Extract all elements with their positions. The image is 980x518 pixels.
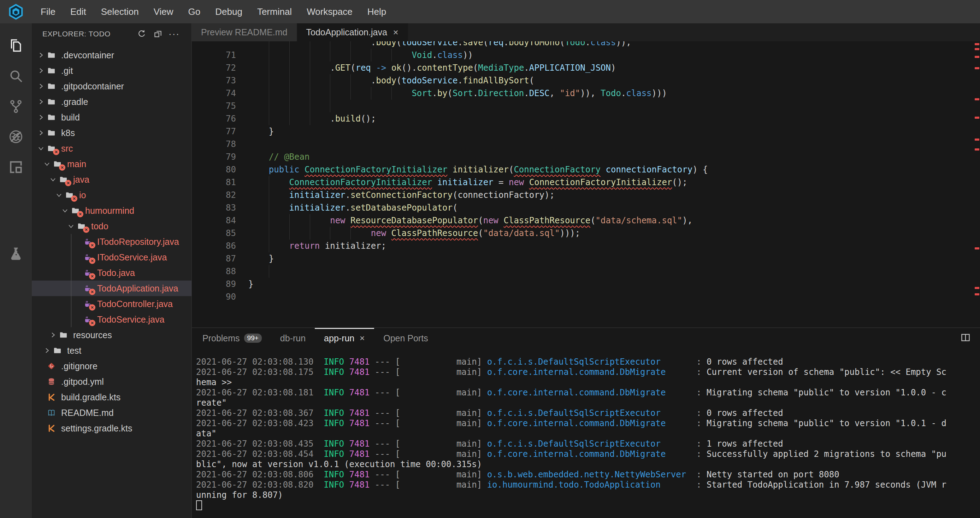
tree-item-label: io: [79, 190, 86, 200]
menu-debug[interactable]: Debug: [215, 6, 242, 17]
tree-item-todoapplication-java[interactable]: TodoApplication.java: [32, 281, 192, 296]
terminal-row: 2021-06-27 02:03:08.423 INFO 7481 --- [ …: [196, 418, 980, 429]
tree-item-humourmind[interactable]: humourmind: [32, 203, 192, 218]
panel-tab-problems[interactable]: Problems99+: [193, 328, 271, 348]
terminal-cursor: [196, 500, 202, 510]
code-token: [524, 177, 529, 187]
menu-edit[interactable]: Edit: [70, 6, 86, 17]
code-token: req: [488, 41, 503, 47]
menu-terminal[interactable]: Terminal: [257, 6, 292, 17]
tree-item-io[interactable]: io: [32, 187, 192, 203]
tab-todoapplication-java[interactable]: TodoApplication.java✕: [297, 23, 408, 41]
code-token: class: [626, 88, 651, 98]
code-token: .: [458, 41, 463, 47]
files-icon[interactable]: [0, 30, 32, 61]
close-icon[interactable]: ✕: [359, 334, 365, 343]
panel-tab-open-ports[interactable]: Open Ports: [374, 328, 437, 348]
code-line-89: 89}: [192, 278, 980, 290]
indent-spacer: [37, 378, 46, 386]
debug-disabled-icon[interactable]: [0, 121, 32, 152]
code-token: (: [350, 63, 355, 73]
code-token: req: [355, 63, 371, 73]
code-text: }: [248, 278, 253, 290]
menu-selection[interactable]: Selection: [101, 6, 139, 17]
sidebar-divider[interactable]: [191, 23, 192, 518]
error-badge: [89, 288, 95, 295]
terminal-output[interactable]: 2021-06-27 02:03:08.130 INFO 7481 --- [ …: [196, 357, 980, 518]
tree-item-label: .devcontainer: [61, 50, 114, 61]
menu-workspace[interactable]: Workspace: [307, 6, 353, 17]
code-line-83: 83 initializer.setDatabasePopulator(: [192, 201, 980, 214]
tree-item-todocontroller-java[interactable]: TodoController.java: [32, 296, 192, 312]
tree-item-gitpod-yml[interactable]: .gitpod.yml: [32, 374, 192, 389]
git-icon: [47, 362, 56, 370]
search-icon[interactable]: [0, 61, 32, 91]
panel-tab-db-run[interactable]: db-run: [271, 328, 315, 348]
tree-item-k8s[interactable]: k8s: [32, 125, 192, 140]
code-token: body: [376, 41, 396, 47]
tree-item-java[interactable]: java: [32, 172, 192, 187]
terminal-row: 2021-06-27 02:03:08.454 INFO 7481 --- [ …: [196, 449, 980, 459]
tab-preview-readme-md[interactable]: Preview README.md: [192, 23, 297, 41]
tree-item-git[interactable]: .git: [32, 63, 192, 78]
tree-item-todoservice-java[interactable]: TodoService.java: [32, 312, 192, 327]
code-token: .: [524, 88, 529, 98]
editor-layout-icon[interactable]: [0, 152, 32, 182]
chevron-right-icon: [43, 347, 52, 354]
code-token: // @Bean: [269, 152, 310, 162]
terminal-text: blic", now at version v1.0.1 (execution …: [196, 459, 482, 469]
menu-file[interactable]: File: [41, 6, 56, 17]
folder-icon: [52, 346, 62, 355]
code-line-76: 76 .build();: [192, 112, 980, 125]
tree-item-todo-java[interactable]: Todo.java: [32, 265, 192, 281]
tree-item-itodorepository-java[interactable]: ITodoRepository.java: [32, 234, 192, 249]
indent-guides: [269, 176, 270, 189]
tree-item-test[interactable]: test: [32, 343, 192, 358]
indent-guides: [269, 227, 351, 239]
error-badge: [83, 226, 89, 233]
terminal-text: :: [691, 367, 706, 377]
terminal-text: o.f.core.internal.command.DbMigrate: [487, 418, 691, 428]
tree-item-src[interactable]: src: [32, 140, 192, 156]
code-token: [345, 215, 350, 225]
tree-item-main[interactable]: main: [32, 156, 192, 172]
tree-item-settings-gradle-kts[interactable]: settings.gradle.kts: [32, 421, 192, 436]
indent-guides: [269, 62, 310, 74]
chevron-down-icon: [67, 222, 76, 230]
more-actions-icon[interactable]: ···: [169, 29, 179, 39]
tree-item-itodoservice-java[interactable]: ITodoService.java: [32, 249, 192, 265]
menu-view[interactable]: View: [154, 6, 173, 17]
refresh-icon[interactable]: [137, 29, 146, 39]
tree-item-build[interactable]: build: [32, 110, 192, 125]
tree-item-devcontainer[interactable]: .devcontainer: [32, 47, 192, 63]
code-token: ConnectionFactory: [514, 165, 601, 175]
menu-go[interactable]: Go: [188, 6, 200, 17]
code-token: (: [473, 63, 478, 73]
line-number: 76: [192, 112, 236, 125]
terminal-row: reate": [196, 398, 980, 408]
code-editor[interactable]: 70 .body(todoService.save(req.bodyToMono…: [192, 41, 980, 328]
panel-tab-app-run[interactable]: app-run✕: [315, 328, 374, 348]
test-flask-icon[interactable]: [0, 239, 32, 269]
source-control-icon[interactable]: [0, 91, 32, 121]
tree-item-gitignore[interactable]: .gitignore: [32, 358, 192, 374]
close-icon[interactable]: ✕: [393, 28, 399, 37]
collapse-all-icon[interactable]: [153, 29, 163, 39]
chevron-right-icon: [37, 113, 46, 121]
split-panel-icon[interactable]: [960, 332, 971, 343]
line-number: 86: [192, 239, 236, 252]
terminal-text: :: [691, 418, 706, 428]
gitpod-logo[interactable]: [0, 0, 32, 23]
menu-help[interactable]: Help: [368, 6, 386, 17]
tree-item-gitpodcontainer[interactable]: .gitpodcontainer: [32, 78, 192, 94]
chevron-right-icon: [37, 82, 46, 90]
code-token: initializer: [290, 190, 345, 200]
tree-item-resources[interactable]: resources: [32, 327, 192, 343]
terminal-text: --- [ main]: [375, 480, 487, 490]
tree-item-readme-md[interactable]: README.md: [32, 405, 192, 421]
terminal-text: --- [ main]: [375, 470, 487, 480]
tree-item-todo[interactable]: todo: [32, 218, 192, 234]
tree-item-build-gradle-kts[interactable]: build.gradle.kts: [32, 389, 192, 405]
tree-item-gradle[interactable]: .gradle: [32, 94, 192, 110]
editor-tab-bar: Preview README.mdTodoApplication.java✕: [192, 23, 980, 41]
